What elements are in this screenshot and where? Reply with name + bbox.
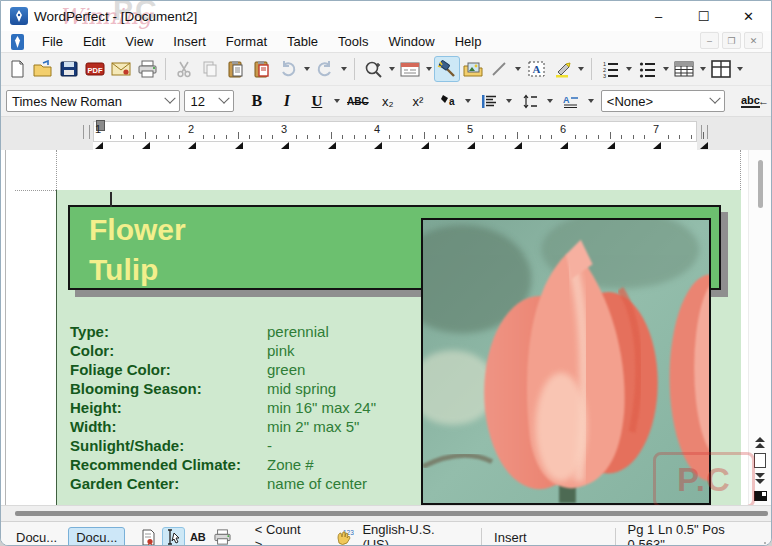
vertical-scrollbar[interactable] <box>748 150 771 505</box>
copy-button[interactable] <box>197 56 223 82</box>
underline-dropdown[interactable] <box>332 88 343 114</box>
redo-button[interactable] <box>312 56 338 82</box>
subscript-button[interactable]: x₂ <box>373 88 403 114</box>
menu-item[interactable]: Tools <box>328 33 378 50</box>
justification-dropdown[interactable] <box>504 88 515 114</box>
quickdate-button[interactable] <box>397 56 423 82</box>
menu-item[interactable]: Edit <box>73 33 115 50</box>
menu-item[interactable]: View <box>115 33 163 50</box>
signature-status-button[interactable] <box>137 527 160 546</box>
text-box-button[interactable]: A <box>523 56 549 82</box>
printer-status-button[interactable] <box>211 527 234 546</box>
paste-special-button[interactable] <box>249 56 275 82</box>
draw-line-button[interactable] <box>486 56 512 82</box>
table-dropdown[interactable] <box>697 56 708 82</box>
menu-item[interactable]: Table <box>277 33 328 50</box>
tab-stop-marker[interactable] <box>95 142 103 149</box>
highlight-dropdown[interactable] <box>575 56 586 82</box>
bullet-list-button[interactable] <box>634 56 660 82</box>
menu-item[interactable]: Window <box>378 33 444 50</box>
previous-page-button[interactable] <box>755 436 765 449</box>
font-color-dropdown[interactable] <box>463 88 474 114</box>
insert-mode-indicator[interactable]: Insert <box>494 530 527 545</box>
undo-button[interactable] <box>275 56 301 82</box>
close-button[interactable]: ✕ <box>726 1 771 31</box>
line-spacing-button[interactable] <box>515 88 545 114</box>
doc-minimize-button[interactable]: – <box>700 32 719 49</box>
ruler-strip[interactable]: 1234567 <box>93 121 697 142</box>
highlight-button[interactable] <box>549 56 575 82</box>
document-view[interactable]: Flower Tulip Type: perennial Color: pink… <box>1 150 771 505</box>
justification-button[interactable] <box>474 88 504 114</box>
zoom-button[interactable] <box>360 56 386 82</box>
ruler-tab-row[interactable] <box>93 142 697 150</box>
vertical-scrollbar-thumb[interactable] <box>758 160 763 208</box>
tab-stop-marker[interactable] <box>374 142 382 149</box>
word-count-indicator[interactable]: < Count > <box>255 522 311 546</box>
tab-stop-marker[interactable] <box>467 142 475 149</box>
columns-dropdown[interactable] <box>734 56 745 82</box>
numbered-list-button[interactable]: 123 <box>597 56 623 82</box>
menu-item[interactable]: Format <box>216 33 277 50</box>
font-size-select[interactable]: 12 <box>184 90 233 112</box>
new-document-button[interactable] <box>4 56 30 82</box>
tab-stop-marker[interactable] <box>560 142 568 149</box>
browse-page-icon[interactable] <box>754 453 766 468</box>
strikethrough-button[interactable]: ABC <box>343 88 373 114</box>
minimize-button[interactable]: – <box>636 1 681 31</box>
tab-stop-marker[interactable] <box>700 142 708 149</box>
menu-item[interactable]: File <box>32 33 73 50</box>
shadow-cursor-button[interactable] <box>162 527 185 546</box>
quickdate-dropdown[interactable] <box>423 56 434 82</box>
font-color-button[interactable]: a <box>433 88 463 114</box>
tab-stop-marker[interactable] <box>514 142 522 149</box>
cursor-position-indicator[interactable]: Pg 1 Ln 0.5" Pos 0.563" <box>628 522 763 546</box>
send-mail-button[interactable] <box>108 56 134 82</box>
zoom-dropdown[interactable] <box>386 56 397 82</box>
paste-button[interactable] <box>223 56 249 82</box>
font-attributes-dropdown[interactable] <box>586 88 597 114</box>
clipart-button[interactable] <box>460 56 486 82</box>
publish-pdf-button[interactable]: PDF <box>82 56 108 82</box>
bold-button[interactable]: B <box>242 88 272 114</box>
tab-stop-marker[interactable] <box>328 142 336 149</box>
doc-close-button[interactable]: ✕ <box>744 32 763 49</box>
superscript-button[interactable]: x² <box>403 88 433 114</box>
language-indicator[interactable]: English-U.S. (US) <box>362 522 463 546</box>
doc-restore-button[interactable]: ❐ <box>722 32 741 49</box>
tab-stop-marker[interactable] <box>281 142 289 149</box>
caps-status-button[interactable]: AB <box>187 527 210 546</box>
maximize-button[interactable]: ☐ <box>681 1 726 31</box>
document-tab-2-selected[interactable]: Docu... <box>68 527 125 546</box>
columns-button[interactable] <box>708 56 734 82</box>
resize-grip[interactable] <box>756 538 766 546</box>
bullet-list-dropdown[interactable] <box>660 56 671 82</box>
undo-dropdown[interactable] <box>301 56 312 82</box>
horizontal-scrollbar-thumb[interactable] <box>15 511 768 516</box>
browse-by-button[interactable] <box>754 491 767 501</box>
tab-stop-marker[interactable] <box>607 142 615 149</box>
table-button[interactable] <box>671 56 697 82</box>
menu-item[interactable]: Insert <box>163 33 216 50</box>
font-face-select[interactable]: Times New Roman <box>6 90 180 112</box>
draw-line-dropdown[interactable] <box>512 56 523 82</box>
numbered-list-dropdown[interactable] <box>623 56 634 82</box>
line-spacing-dropdown[interactable] <box>545 88 556 114</box>
redo-dropdown[interactable] <box>338 56 349 82</box>
document-tab-1[interactable]: Docu... <box>9 528 64 546</box>
quickfonts-button[interactable]: abc← <box>739 88 771 114</box>
tab-stop-marker[interactable] <box>142 142 150 149</box>
open-button[interactable] <box>30 56 56 82</box>
tab-stop-marker[interactable] <box>653 142 661 149</box>
print-button[interactable] <box>134 56 160 82</box>
top-margin-guide[interactable] <box>15 190 56 191</box>
tab-stop-marker[interactable] <box>421 142 429 149</box>
cut-button[interactable] <box>171 56 197 82</box>
font-attributes-button[interactable]: A <box>556 88 586 114</box>
horizontal-scrollbar[interactable] <box>1 505 771 521</box>
tab-stop-marker[interactable] <box>235 142 243 149</box>
left-margin-guide[interactable] <box>56 150 57 190</box>
tab-stop-marker[interactable] <box>188 142 196 149</box>
quickformat-button[interactable] <box>434 56 460 82</box>
right-margin-guide[interactable] <box>740 150 741 190</box>
